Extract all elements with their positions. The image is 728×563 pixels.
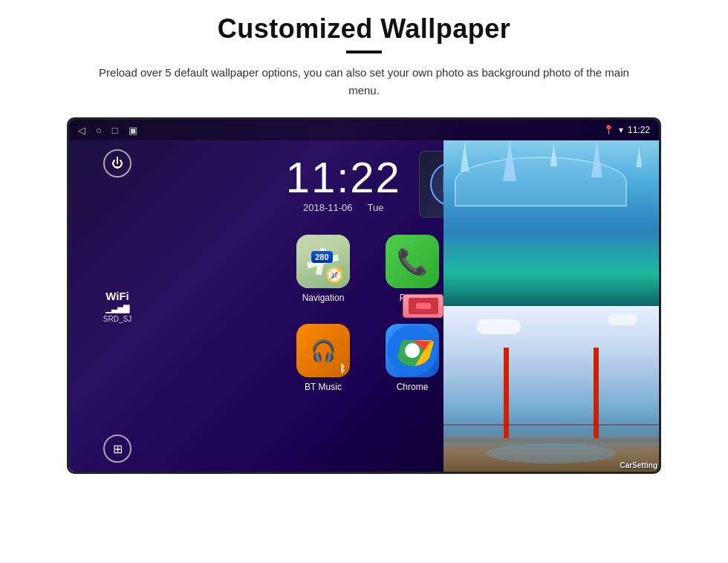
bridge-wallpaper: CarSetting [443, 306, 659, 472]
navigation-label: Navigation [302, 293, 345, 303]
apps-grid-icon: ⊞ [113, 442, 123, 456]
wallpaper-bottom-panel[interactable]: CarSetting [443, 306, 659, 472]
app-item-chrome[interactable]: Chrome [371, 317, 453, 399]
app-item-navigation[interactable]: 280 🧭 Navigation [282, 228, 364, 310]
page-wrapper: Customized Wallpaper Preload over 5 defa… [0, 0, 728, 563]
clock-date: 2018-11-06 Tue [286, 202, 401, 213]
status-bar-right: 📍 ▾ 11:22 [603, 125, 650, 135]
left-strip: ⏻ WiFi ▁▃▅▇ SRD_SJ ⊞ [69, 140, 166, 472]
chrome-svg [387, 325, 438, 376]
page-title: Customized Wallpaper [218, 13, 511, 45]
carsetting-label: CarSetting [620, 461, 657, 469]
wifi-icon: ▾ [619, 125, 623, 135]
page-subtitle: Preload over 5 default wallpaper options… [97, 64, 631, 100]
wifi-info: WiFi ▁▃▅▇ SRD_SJ [103, 290, 131, 323]
location-icon: 📍 [603, 125, 614, 135]
btmusic-icon: 🎧 ᛒ [296, 324, 350, 377]
wallpaper-panels: CarSetting [443, 140, 659, 472]
title-divider [346, 51, 382, 53]
chrome-label: Chrome [397, 382, 429, 392]
wallpaper-top-panel[interactable] [443, 140, 659, 306]
nav-road-shield: 280 [311, 251, 332, 263]
status-bar: ◁ ○ □ ▣ 📍 ▾ 11:22 [69, 120, 659, 140]
wifi-ssid: SRD_SJ [103, 315, 131, 323]
recent-nav-icon[interactable]: □ [112, 125, 118, 136]
power-button[interactable]: ⏻ [103, 149, 131, 178]
chrome-icon [386, 324, 439, 377]
power-icon: ⏻ [111, 157, 123, 170]
status-bar-left: ◁ ○ □ ▣ [78, 125, 137, 136]
clock-date-value: 2018-11-06 [303, 202, 353, 213]
nav-arrow-icon: 🧭 [325, 266, 344, 284]
android-screen: ◁ ○ □ ▣ 📍 ▾ 11:22 ⏻ [69, 120, 659, 472]
small-device [403, 294, 443, 318]
status-time: 11:22 [628, 125, 650, 135]
clock-day-value: Tue [368, 202, 384, 213]
svg-point-2 [405, 343, 420, 358]
wifi-label: WiFi [103, 290, 131, 302]
btmusic-label: BT Music [305, 382, 342, 392]
main-area: ⏻ WiFi ▁▃▅▇ SRD_SJ ⊞ [69, 140, 659, 472]
clock-time: 11:22 [286, 156, 401, 199]
app-item-btmusic[interactable]: 🎧 ᛒ BT Music [282, 317, 364, 399]
ice-cave-wallpaper [443, 140, 659, 306]
headphone-emoji: 🎧 [311, 339, 337, 363]
device-frame: ◁ ○ □ ▣ 📍 ▾ 11:22 ⏻ [67, 117, 661, 474]
apps-button[interactable]: ⊞ [103, 435, 131, 463]
bt-symbol: ᛒ [339, 362, 345, 374]
phone-icon: 📞 [386, 235, 439, 288]
wifi-signal-bars: ▁▃▅▇ [103, 304, 131, 313]
navigation-icon: 280 🧭 [296, 235, 350, 288]
back-nav-icon[interactable]: ◁ [78, 125, 85, 136]
nav-map-bg: 280 🧭 [296, 235, 350, 288]
home-nav-icon[interactable]: ○ [96, 125, 102, 136]
screenshot-nav-icon[interactable]: ▣ [129, 125, 137, 136]
phone-emoji: 📞 [397, 247, 428, 276]
clock-display: 11:22 2018-11-06 Tue [286, 156, 401, 213]
